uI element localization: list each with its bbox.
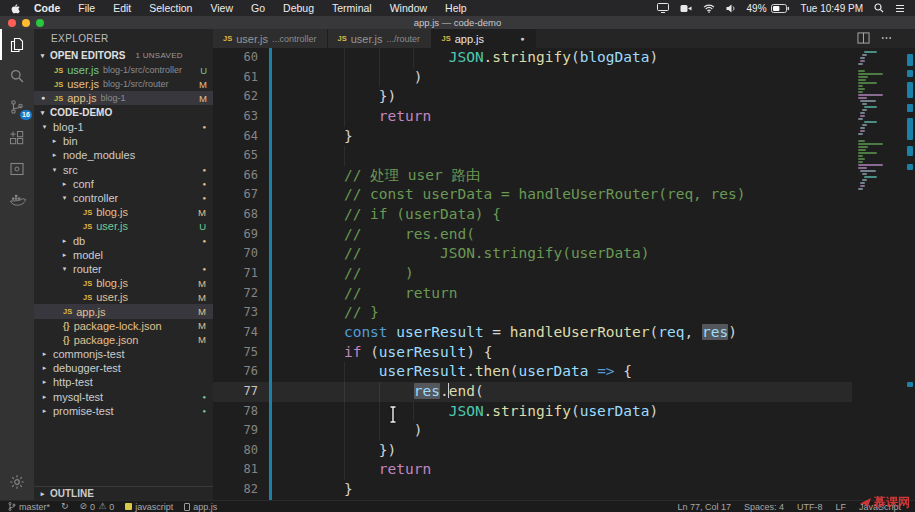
- code-line[interactable]: 63 return: [213, 107, 915, 127]
- battery-indicator[interactable]: 49%: [747, 3, 790, 14]
- window-titlebar[interactable]: app.js — code-demo: [0, 16, 915, 29]
- search-icon[interactable]: [0, 60, 34, 91]
- tree-folder-mysql-test[interactable]: ▸mysql-test●: [34, 390, 213, 404]
- menubar-clock[interactable]: Tue 10:49 PM: [801, 3, 863, 14]
- apple-menu-icon[interactable]: [10, 2, 21, 14]
- tree-file-user.js[interactable]: JSuser.jsU: [34, 219, 213, 233]
- open-editor-item[interactable]: JSuser.jsblog-1/src/routerM: [34, 77, 213, 91]
- volume-icon[interactable]: [726, 4, 736, 13]
- tree-folder-commonjs-test[interactable]: ▸commonjs-test: [34, 347, 213, 361]
- eol-status[interactable]: LF: [835, 502, 846, 512]
- code-line[interactable]: 68 // if (userData) {: [213, 205, 915, 225]
- preview-icon[interactable]: [0, 153, 34, 184]
- menu-item-go[interactable]: Go: [242, 2, 274, 14]
- menu-item-code[interactable]: Code: [25, 2, 69, 14]
- notification-center-icon[interactable]: [895, 4, 905, 13]
- tree-file-package.json[interactable]: {}package.jsonM: [34, 333, 213, 347]
- tree-folder-blog-1[interactable]: ▾blog-1●: [34, 120, 213, 134]
- minimize-button[interactable]: [22, 19, 30, 27]
- ext-javascript-status[interactable]: javascript: [125, 502, 173, 512]
- code-line[interactable]: 76 userResult.then(userData => {: [213, 362, 915, 382]
- code-line[interactable]: 65: [213, 146, 915, 166]
- code-line[interactable]: 60 JSON.stringify(blogData): [213, 48, 915, 68]
- spotlight-icon[interactable]: [874, 3, 884, 13]
- tree-file-blog.js[interactable]: JSblog.jsM: [34, 276, 213, 290]
- indentation-status[interactable]: Spaces: 4: [744, 502, 784, 512]
- tree-file-app.js[interactable]: JSapp.jsM: [34, 304, 213, 318]
- code-line[interactable]: 72 // return: [213, 284, 915, 304]
- code-line[interactable]: 70 // JSON.stringify(userData): [213, 244, 915, 264]
- code-line[interactable]: 64 }: [213, 127, 915, 147]
- js-file-icon: JS: [83, 208, 92, 217]
- tree-file-user.js[interactable]: JSuser.jsM: [34, 290, 213, 304]
- minimap-line: [864, 51, 877, 53]
- menu-item-file[interactable]: File: [69, 2, 104, 14]
- code-line[interactable]: 78 JSON.stringify(userData): [213, 402, 915, 422]
- menu-item-edit[interactable]: Edit: [104, 2, 140, 14]
- menu-item-view[interactable]: View: [201, 2, 242, 14]
- explorer-icon[interactable]: [0, 29, 34, 60]
- active-file-status[interactable]: app.js: [184, 502, 217, 512]
- code-line[interactable]: 73 // }: [213, 303, 915, 323]
- code-line[interactable]: 80 }): [213, 441, 915, 461]
- menu-item-terminal[interactable]: Terminal: [323, 2, 381, 14]
- minimap-line: [862, 124, 867, 126]
- code-line[interactable]: 61 ): [213, 68, 915, 88]
- split-editor-icon[interactable]: [857, 30, 870, 48]
- code-line[interactable]: 66 // 处理 user 路由: [213, 166, 915, 186]
- code-line[interactable]: 82 }: [213, 480, 915, 500]
- code-line[interactable]: 71 // ): [213, 264, 915, 284]
- menu-item-window[interactable]: Window: [381, 2, 436, 14]
- zoom-button[interactable]: [36, 19, 44, 27]
- tab-label: user.js: [236, 33, 268, 45]
- code-line[interactable]: 74 const userResult = handleUserRouter(r…: [213, 323, 915, 343]
- extensions-icon[interactable]: [0, 122, 34, 153]
- tree-folder-router[interactable]: ▾router●: [34, 262, 213, 276]
- git-branch-status[interactable]: master*: [8, 501, 50, 512]
- code-line[interactable]: 81 return: [213, 460, 915, 480]
- tree-folder-debugger-test[interactable]: ▸debugger-test: [34, 361, 213, 375]
- open-editors-header[interactable]: ▾ OPEN EDITORS 1 UNSAVED: [34, 48, 213, 63]
- video-icon[interactable]: [680, 4, 692, 13]
- source-control-icon[interactable]: 16: [0, 91, 34, 122]
- docker-icon[interactable]: [0, 184, 34, 215]
- outline-section[interactable]: ▸ OUTLINE: [34, 486, 213, 500]
- tree-file-package-lock.json[interactable]: {}package-lock.jsonM: [34, 319, 213, 333]
- code-line[interactable]: 62 }): [213, 87, 915, 107]
- open-editor-item[interactable]: JSuser.jsblog-1/src/controllerU: [34, 63, 213, 77]
- tree-folder-src[interactable]: ▾src●: [34, 163, 213, 177]
- editor-tab-user.js[interactable]: JSuser.js...controller: [213, 29, 328, 48]
- code-line[interactable]: 77 res.end(: [213, 382, 915, 402]
- code-line[interactable]: 79 ): [213, 421, 915, 441]
- tree-folder-promise-test[interactable]: ▸promise-test●: [34, 404, 213, 418]
- tree-file-blog.js[interactable]: JSblog.jsM: [34, 205, 213, 219]
- tree-folder-controller[interactable]: ▾controller●: [34, 191, 213, 205]
- tree-folder-model[interactable]: ▸model: [34, 248, 213, 262]
- close-button[interactable]: [8, 19, 16, 27]
- code-editor[interactable]: 60 JSON.stringify(blogData)61 )62 })63 r…: [213, 48, 915, 500]
- wifi-icon[interactable]: [703, 4, 715, 13]
- settings-gear-icon[interactable]: [0, 466, 34, 497]
- menu-item-debug[interactable]: Debug: [274, 2, 323, 14]
- tree-folder-bin[interactable]: ▸bin: [34, 134, 213, 148]
- open-editor-item[interactable]: ●JSapp.jsblog-1M: [34, 91, 213, 105]
- code-line[interactable]: 67 // const userData = handleUserRouter(…: [213, 185, 915, 205]
- menu-item-selection[interactable]: Selection: [140, 2, 201, 14]
- more-actions-icon[interactable]: [880, 30, 893, 48]
- code-line[interactable]: 69 // res.end(: [213, 225, 915, 245]
- workspace-header[interactable]: ▾ CODE-DEMO: [34, 105, 213, 120]
- code-line[interactable]: 75 if (userResult) {: [213, 343, 915, 363]
- display-icon[interactable]: [657, 3, 669, 13]
- tree-folder-node_modules[interactable]: ▸node_modules: [34, 148, 213, 162]
- minimap[interactable]: [852, 48, 905, 500]
- editor-tab-app.js[interactable]: JSapp.js●: [432, 29, 536, 48]
- cursor-position-status[interactable]: Ln 77, Col 17: [677, 502, 731, 512]
- tree-folder-conf[interactable]: ▸conf●: [34, 177, 213, 191]
- tree-folder-db[interactable]: ▸db●: [34, 234, 213, 248]
- encoding-status[interactable]: UTF-8: [797, 502, 823, 512]
- menu-item-help[interactable]: Help: [436, 2, 476, 14]
- sync-status[interactable]: ↻: [61, 502, 69, 511]
- problems-status[interactable]: ⊘0 ⚠0: [80, 502, 115, 512]
- editor-tab-user.js[interactable]: JSuser.js.../router: [328, 29, 432, 48]
- tree-folder-http-test[interactable]: ▸http-test: [34, 375, 213, 389]
